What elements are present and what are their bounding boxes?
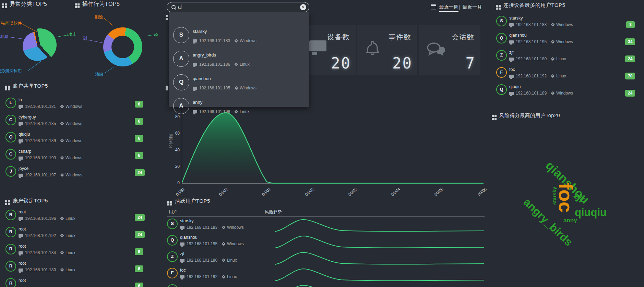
user-name: root bbox=[19, 227, 26, 232]
calendar-icon[interactable] bbox=[431, 4, 436, 10]
user-name: starsky bbox=[193, 29, 207, 34]
search-input[interactable]: a ✕ bbox=[167, 2, 309, 12]
monitor-icon bbox=[19, 174, 23, 177]
user-ip: 192.168.101.192 bbox=[25, 233, 56, 238]
stat-card-sessions: 会话数 7 bbox=[419, 25, 480, 75]
tag-icon bbox=[222, 275, 225, 278]
user-ip: 192.168.101.189 bbox=[516, 91, 547, 96]
count-badge: 6 bbox=[135, 152, 143, 159]
table-row[interactable]: Q qianshou 192.168.101.195Windows bbox=[167, 235, 270, 248]
user-name: foc bbox=[509, 67, 515, 72]
connected-users-title: 连接设备最多的用户TOP5 bbox=[503, 2, 565, 9]
user-os: Linux bbox=[556, 74, 566, 78]
count-badge: 6 bbox=[135, 265, 143, 272]
list-item[interactable]: R root bbox=[5, 278, 136, 287]
sparkline bbox=[274, 216, 485, 232]
table-row[interactable]: S starsky 192.168.101.183Windows bbox=[167, 219, 270, 232]
tag-icon bbox=[551, 57, 554, 61]
user-name: joyce bbox=[19, 166, 28, 171]
list-item[interactable]: R root 192.168.101.180Linux bbox=[5, 261, 136, 274]
user-name: anny bbox=[193, 100, 202, 105]
list-item[interactable]: C csharp 192.168.101.193Windows bbox=[5, 149, 136, 162]
monitor-icon bbox=[193, 63, 197, 66]
monitor-icon bbox=[509, 92, 514, 95]
section-grid-icon bbox=[5, 200, 7, 202]
list-item[interactable]: R root 192.168.101.184Linux bbox=[5, 244, 136, 257]
list-item[interactable]: Q qiuqiu 192.168.101.189Windows bbox=[5, 132, 136, 145]
search-result[interactable]: A anny 192.168.101.198Linux bbox=[169, 97, 309, 121]
search-result[interactable]: Q qianshou 192.168.101.195Windows bbox=[169, 73, 309, 97]
tag-icon bbox=[551, 23, 554, 26]
table-row[interactable]: F foc 192.168.101.192Linux bbox=[167, 268, 270, 281]
list-item[interactable]: F foc 192.168.101.192Linux bbox=[496, 67, 623, 80]
monitor-icon bbox=[509, 75, 514, 78]
wordcloud-title: 风险得分最高的用户Top20 bbox=[499, 112, 560, 119]
monitor-icon bbox=[19, 269, 23, 272]
tag-icon bbox=[60, 234, 64, 237]
user-name: angry_birds bbox=[193, 52, 216, 58]
tab-last-month[interactable]: 最近一月 bbox=[463, 4, 482, 10]
tag-icon bbox=[551, 91, 554, 95]
user-name: foc bbox=[180, 268, 186, 273]
monitor-icon bbox=[19, 105, 23, 108]
pie-label: 浸/漏洞利用 bbox=[0, 68, 22, 74]
pie-label: 泄漏 bbox=[0, 34, 8, 40]
table-row[interactable] bbox=[167, 284, 270, 287]
sparkline bbox=[274, 233, 485, 249]
user-ip: 192.168.101.198 bbox=[199, 109, 230, 114]
count-badge: 24 bbox=[625, 55, 635, 62]
search-result[interactable]: A angry_birds 192.168.101.186Linux bbox=[169, 50, 309, 73]
tag-icon bbox=[234, 62, 238, 66]
count-badge: 6 bbox=[135, 283, 143, 287]
account-sharing-title: 账户共享TOP5 bbox=[13, 83, 48, 89]
list-item[interactable]: S starsky 192.168.101.183Windows bbox=[496, 16, 623, 29]
pie-label: /攻击 bbox=[67, 32, 76, 37]
avatar: Q bbox=[496, 33, 507, 43]
user-os: Linux bbox=[65, 250, 75, 255]
user-name: cyberguy bbox=[19, 115, 36, 120]
avatar: R bbox=[5, 210, 16, 220]
list-item[interactable]: L ln 192.168.101.181Windows bbox=[5, 98, 136, 111]
wordcloud-word[interactable]: anny bbox=[563, 217, 577, 224]
donut-label: 清除 bbox=[95, 72, 103, 77]
avatar: R bbox=[5, 261, 16, 272]
donut-label: 浏 bbox=[83, 36, 87, 41]
user-name: starsky bbox=[509, 16, 523, 21]
clear-search-button[interactable]: ✕ bbox=[300, 4, 306, 10]
search-result[interactable]: S starsky 192.168.101.183Windows bbox=[169, 26, 309, 50]
section-grid-icon bbox=[167, 201, 169, 203]
wordcloud-word[interactable]: starsky bbox=[551, 187, 557, 205]
tag-icon bbox=[222, 225, 225, 229]
user-os: Windows bbox=[65, 173, 82, 177]
tag-icon bbox=[234, 39, 238, 42]
stat-value: 7 bbox=[466, 54, 476, 72]
user-ip: 192.168.101.183 bbox=[199, 38, 230, 43]
list-item[interactable]: R root 192.168.101.192Linux bbox=[5, 227, 136, 240]
user-ip: 192.168.101.180 bbox=[25, 267, 56, 272]
bell-icon bbox=[363, 39, 381, 57]
monitor-icon bbox=[180, 226, 184, 229]
list-item[interactable]: C cyberguy 192.168.101.185Windows bbox=[5, 115, 136, 128]
user-os: Linux bbox=[65, 267, 75, 272]
user-os: Windows bbox=[556, 91, 573, 96]
avatar: R bbox=[5, 227, 16, 237]
list-item[interactable]: Z zjf 192.168.101.180Linux bbox=[496, 50, 623, 63]
user-name: root bbox=[19, 244, 26, 249]
table-row[interactable]: Z zjf 192.168.101.180Linux bbox=[167, 251, 270, 264]
list-item[interactable]: Q qianshou 192.168.101.195Windows bbox=[496, 33, 623, 46]
list-item[interactable]: R root 192.168.101.196Linux bbox=[5, 210, 136, 223]
list-item[interactable]: Q qiuqiu 192.168.101.189Windows bbox=[496, 84, 623, 97]
tag-icon bbox=[222, 242, 225, 246]
user-os: Linux bbox=[556, 57, 566, 61]
user-os: Windows bbox=[556, 39, 573, 44]
tab-last-week[interactable]: 最近一周 bbox=[439, 4, 458, 10]
user-os: Linux bbox=[227, 258, 237, 263]
user-os: Linux bbox=[65, 233, 75, 238]
tag-icon bbox=[60, 122, 64, 125]
tag-icon bbox=[222, 258, 225, 262]
wordcloud-word[interactable]: qiuqiu bbox=[575, 207, 607, 219]
donut-connector bbox=[88, 40, 103, 43]
user-ip: 192.168.101.195 bbox=[516, 39, 547, 44]
list-item[interactable]: J joyce 192.168.101.197Windows bbox=[5, 166, 136, 179]
avatar: S bbox=[496, 16, 507, 26]
